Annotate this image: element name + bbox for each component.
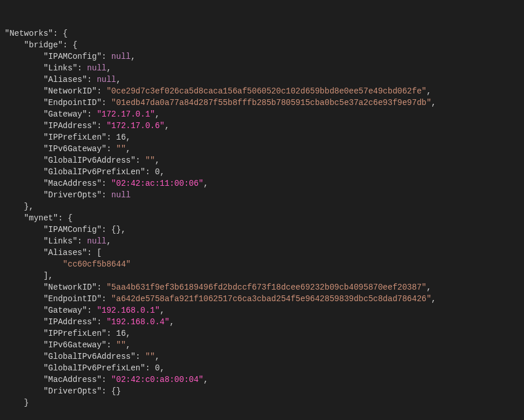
value-mynet-ipaddress: "192.168.0.4" [106, 317, 169, 327]
value-mynet-alias0: "cc60cf5b8644" [63, 260, 131, 269]
key-ipaddress: "IPAddress" [43, 317, 96, 327]
key-ipprefixlen: "IPPrefixLen" [43, 133, 106, 142]
value-bridge-ipprefixlen: 16 [116, 133, 126, 142]
value-bridge-ipv6gateway: "" [116, 144, 126, 153]
key-ipv6gateway: "IPv6Gateway" [43, 144, 106, 153]
value-mynet-endpointid: "a642de5758afa921f1062517c6ca3cbad254f5e… [111, 294, 432, 303]
key-networkid: "NetworkID" [43, 283, 96, 292]
value-null: null [87, 63, 107, 73]
value-bridge-ipaddress: "172.17.0.6" [106, 121, 164, 130]
value-mynet-ipamconfig: {} [111, 225, 121, 234]
value-null: null [111, 190, 131, 200]
key-gateway: "Gateway" [43, 110, 87, 119]
key-endpointid: "EndpointID" [43, 98, 102, 107]
value-mynet-globalipv6prefixlen: 0 [155, 363, 159, 373]
key-ipprefixlen: "IPPrefixLen" [43, 329, 106, 338]
key-ipamconfig: "IPAMConfig" [43, 52, 102, 61]
key-networks: "Networks" [5, 29, 53, 38]
key-macaddress: "MacAddress" [43, 375, 102, 384]
key-globalipv6address: "GlobalIPv6Address" [43, 156, 136, 165]
value-mynet-gateway: "192.168.0.1" [97, 306, 160, 315]
key-bridge: "bridge" [24, 40, 63, 50]
key-ipv6gateway: "IPv6Gateway" [43, 340, 106, 350]
value-mynet-globalipv6address: "" [145, 352, 155, 361]
value-bridge-endpointid: "01edb47da0a77a84d287f55b8fffb285b780591… [111, 98, 432, 107]
value-mynet-ipprefixlen: 16 [116, 329, 126, 338]
key-ipaddress: "IPAddress" [43, 121, 96, 130]
value-bridge-gateway: "172.17.0.1" [97, 110, 155, 119]
key-mynet: "mynet" [24, 213, 58, 223]
key-aliases: "Aliases" [43, 248, 87, 257]
key-macaddress: "MacAddress" [43, 179, 102, 188]
value-null: null [87, 237, 107, 246]
key-driveropts: "DriverOpts" [43, 387, 102, 396]
key-networkid: "NetworkID" [43, 87, 96, 96]
value-null: null [97, 75, 117, 84]
key-aliases: "Aliases" [43, 75, 87, 84]
value-mynet-ipv6gateway: "" [116, 340, 126, 350]
value-null: null [111, 52, 131, 61]
json-output: "Networks": { "bridge": { "IPAMConfig": … [5, 28, 519, 408]
key-driveropts: "DriverOpts" [43, 190, 102, 200]
key-globalipv6address: "GlobalIPv6Address" [43, 352, 136, 361]
value-bridge-networkid: "0ce29d7c3ef026ca5d8caca156af5060520c102… [106, 87, 426, 96]
value-mynet-driveropts: {} [111, 387, 121, 396]
value-bridge-globalipv6address: "" [145, 156, 155, 165]
value-bridge-macaddress: "02:42:ac:11:00:06" [111, 179, 204, 188]
value-mynet-macaddress: "02:42:c0:a8:00:04" [111, 375, 204, 384]
key-links: "Links" [43, 237, 77, 246]
key-endpointid: "EndpointID" [43, 294, 102, 303]
key-globalipv6prefixlen: "GlobalIPv6PrefixLen" [43, 363, 145, 373]
value-bridge-globalipv6prefixlen: 0 [155, 167, 159, 177]
key-links: "Links" [43, 63, 77, 73]
key-gateway: "Gateway" [43, 306, 87, 315]
value-mynet-networkid: "5aa4b631f9ef3b6189496fd2bdccf673f18dcee… [106, 283, 426, 292]
key-ipamconfig: "IPAMConfig" [43, 225, 102, 234]
key-globalipv6prefixlen: "GlobalIPv6PrefixLen" [43, 167, 145, 177]
